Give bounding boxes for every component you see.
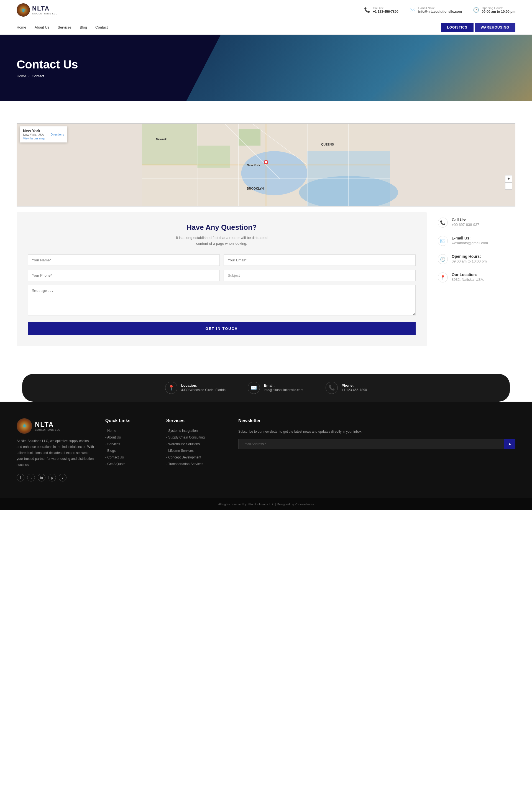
zoom-in-button[interactable]: + xyxy=(505,175,512,182)
copyright-bar: All rights reserved by Nlta Soolutions L… xyxy=(0,498,532,510)
footer-location: 📍 Location: 4330 Woodside Circle, Florid… xyxy=(165,382,226,394)
newsletter-desc: Subscribe to our newsletter to get the l… xyxy=(238,429,515,435)
footer-service-transport[interactable]: Transportation Services xyxy=(166,462,227,466)
hours-label: Opening Hours: xyxy=(482,6,515,10)
subject-select[interactable]: Subject xyxy=(224,270,416,281)
sidebar-clock-icon: 🕐 xyxy=(438,254,448,264)
svg-text:QUEENS: QUEENS xyxy=(321,143,334,146)
svg-text:BROOKLYN: BROOKLYN xyxy=(247,187,264,190)
footer-link-about[interactable]: About Us xyxy=(105,435,155,439)
warehousing-button[interactable]: WAREHOUSING xyxy=(475,23,515,32)
email-input[interactable] xyxy=(224,255,416,266)
facebook-icon[interactable]: f xyxy=(17,474,24,481)
sidebar-email-icon: ✉️ xyxy=(438,236,448,246)
zoom-out-button[interactable]: − xyxy=(505,182,512,190)
form-row-2: Subject xyxy=(28,270,416,281)
footer-service-lifetime[interactable]: Lifetime Services xyxy=(166,449,227,453)
logistics-button[interactable]: LOGISTICS xyxy=(441,23,474,32)
logo[interactable]: 🌐 NLTA SOOLUTIONS LLC xyxy=(17,3,58,17)
linkedin-icon[interactable]: in xyxy=(38,474,45,481)
footer-link-quote[interactable]: Get A Quote xyxy=(105,462,155,466)
nav-contact[interactable]: Contact xyxy=(95,21,108,34)
phone-input[interactable] xyxy=(28,270,220,281)
clock-icon: 🕐 xyxy=(473,7,479,13)
newsletter-submit-button[interactable]: ➤ xyxy=(504,439,515,449)
footer-link-services[interactable]: Services xyxy=(105,442,155,446)
phone-icon: 📞 xyxy=(364,7,370,13)
svg-rect-1 xyxy=(142,124,197,165)
newsletter-input[interactable] xyxy=(238,439,504,449)
footer-bar-wrapper: 📍 Location: 4330 Woodside Circle, Florid… xyxy=(0,374,532,402)
nav-home[interactable]: Home xyxy=(17,21,26,34)
twitter-icon[interactable]: t xyxy=(27,474,35,481)
footer-service-systems[interactable]: Systems Integration xyxy=(166,429,227,433)
copyright-text: All rights reserved by Nlta Soolutions L… xyxy=(218,503,314,506)
svg-text:Newark: Newark xyxy=(156,137,167,141)
call-number: +1 123-456-7890 xyxy=(373,10,398,14)
email-label: E-mail Now: xyxy=(418,6,462,10)
directions-button[interactable]: Directions xyxy=(51,133,64,136)
footer-phone-value: +1 123-456-7890 xyxy=(342,388,367,392)
footer-location-value: 4330 Woodside Circle, Florida xyxy=(181,388,226,392)
footer-link-blogs[interactable]: Blogs xyxy=(105,449,155,453)
page-title: Contact Us xyxy=(17,58,78,71)
nav-blog[interactable]: Blog xyxy=(80,21,87,34)
svg-rect-3 xyxy=(197,146,230,167)
svg-rect-2 xyxy=(239,129,261,146)
map-section: New York QUEENS BROOKLYN Newark New York… xyxy=(0,112,532,206)
footer-location-icon: 📍 xyxy=(165,382,177,394)
nav-about[interactable]: About Us xyxy=(35,21,49,34)
footer-link-home[interactable]: Home xyxy=(105,429,155,433)
top-contact-info: 📞 Call Us: +1 123-456-7890 ✉️ E-mail Now… xyxy=(364,6,515,14)
call-label: Call Us: xyxy=(373,6,398,10)
map-svg: New York QUEENS BROOKLYN Newark xyxy=(17,124,515,206)
sidebar-hours-label: Opening Hours: xyxy=(452,254,487,259)
nav-buttons: LOGISTICS WAREHOUSING xyxy=(441,23,515,32)
services-title: Services xyxy=(166,418,227,423)
form-row-1 xyxy=(28,255,416,266)
footer-service-warehouse[interactable]: Warehouse Solutions xyxy=(166,442,227,446)
view-larger-map[interactable]: View larger map xyxy=(23,137,45,140)
footer-phone: 📞 Phone: +1 123-456-7890 xyxy=(326,382,367,394)
name-input[interactable] xyxy=(28,255,220,266)
breadcrumb: Home / Contact xyxy=(17,74,78,78)
map-container[interactable]: New York QUEENS BROOKLYN Newark New York… xyxy=(17,123,515,206)
footer-logo-subtext: SOOLUTIONS LLC xyxy=(35,428,60,431)
get-in-touch-button[interactable]: GET IN TOUCH xyxy=(28,322,416,335)
message-input[interactable] xyxy=(28,285,416,315)
sidebar-hours: 🕐 Opening Hours: 09:00 am to 10:00 pm xyxy=(438,254,515,264)
breadcrumb-current: Contact xyxy=(32,74,44,78)
main-footer: 🌐 NLTA SOOLUTIONS LLC At Nlta Solutions … xyxy=(0,402,532,498)
quick-links-title: Quick Links xyxy=(105,418,155,423)
sidebar-email-label: E-mail Us: xyxy=(452,236,488,240)
contact-info-sidebar: 📞 Call Us: +00 697-838-937 ✉️ E-mail Us:… xyxy=(438,212,515,346)
footer-logo: 🌐 NLTA SOOLUTIONS LLC xyxy=(17,418,94,434)
nav-services[interactable]: Services xyxy=(58,21,72,34)
logo-subtext: SOOLUTIONS LLC xyxy=(32,12,58,15)
footer-link-contact[interactable]: Contact Us xyxy=(105,456,155,459)
svg-text:New York: New York xyxy=(247,164,261,167)
sidebar-location-label: Our Location: xyxy=(452,273,484,277)
sidebar-location-icon: 📍 xyxy=(438,273,448,282)
map-zoom-controls: + − xyxy=(505,175,512,190)
nav-links: Home About Us Services Blog Contact xyxy=(17,21,108,34)
footer-email: ✉️ Email: info@nitasoulutionsllc.com xyxy=(248,382,303,394)
footer-service-supply[interactable]: Supply Chain Consulting xyxy=(166,435,227,439)
footer-phone-label: Phone: xyxy=(342,383,367,388)
contact-form: Have Any Question? It is a long establis… xyxy=(17,212,427,346)
footer-location-label: Location: xyxy=(181,383,226,388)
vimeo-icon[interactable]: v xyxy=(59,474,66,481)
top-bar: 🌐 NLTA SOOLUTIONS LLC 📞 Call Us: +1 123-… xyxy=(0,0,532,20)
footer-phone-icon: 📞 xyxy=(326,382,338,394)
sidebar-email-value: wosabinfo@gmail.com xyxy=(452,241,488,245)
footer-email-label: Email: xyxy=(264,383,303,388)
footer-email-icon: ✉️ xyxy=(248,382,260,394)
pinterest-icon[interactable]: p xyxy=(48,474,56,481)
breadcrumb-home[interactable]: Home xyxy=(17,74,26,78)
footer-service-concept[interactable]: Concept Development xyxy=(166,456,227,459)
hero-overlay xyxy=(186,35,532,101)
social-icons: f t in p v xyxy=(17,474,94,481)
footer-newsletter: Newsletter Subscribe to our newsletter t… xyxy=(238,418,515,481)
footer-logo-section: 🌐 NLTA SOOLUTIONS LLC At Nlta Solutions … xyxy=(17,418,94,481)
sidebar-call: 📞 Call Us: +00 697-838-937 xyxy=(438,218,515,227)
